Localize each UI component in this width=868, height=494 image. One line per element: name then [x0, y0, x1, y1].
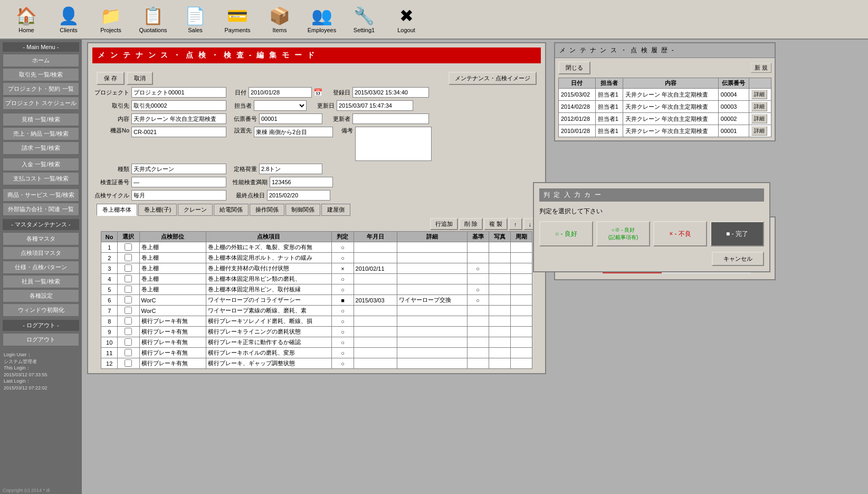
cycle-input[interactable]: [131, 190, 226, 201]
cell-select[interactable]: [118, 295, 139, 306]
cell-select[interactable]: [118, 284, 139, 295]
row-checkbox[interactable]: [125, 286, 132, 293]
copy-row-button[interactable]: 複 製: [484, 218, 508, 230]
history-detail-button[interactable]: 詳細: [751, 90, 767, 99]
cell-judgment[interactable]: ○: [332, 253, 354, 263]
sidebar-quotes[interactable]: 見積 一覧/検索: [3, 113, 79, 126]
tab-winding-child[interactable]: 巻上棚(子): [138, 204, 177, 216]
save-button[interactable]: 保 存: [97, 72, 125, 85]
tab-operation[interactable]: 操作関係: [250, 204, 284, 216]
history-detail-button[interactable]: 詳細: [751, 114, 767, 124]
cell-select[interactable]: [118, 242, 139, 253]
sidebar-sales[interactable]: 売上・納品 一覧/検索: [3, 127, 79, 140]
sidebar-receipts[interactable]: 入金 一覧/検索: [3, 158, 79, 171]
tab-control[interactable]: 制御関係: [285, 204, 320, 216]
cell-judgment[interactable]: ○: [332, 284, 354, 295]
tab-power-supply[interactable]: 給電関係: [214, 204, 249, 216]
sidebar-invoices[interactable]: 請求 一覧/検索: [3, 141, 79, 155]
judgment-done-button[interactable]: ■ - 完了: [710, 221, 764, 246]
cell-judgment[interactable]: ○: [332, 316, 354, 327]
sidebar-logout-btn[interactable]: ログアウト: [3, 333, 79, 346]
sidebar-costs[interactable]: 支払コスト 一覧/検索: [3, 172, 79, 185]
sidebar-employees[interactable]: 社員 一覧/検索: [3, 275, 79, 288]
sidebar-partners[interactable]: 外部協力会社・関連 一覧: [3, 203, 79, 216]
history-detail-button[interactable]: 詳細: [751, 102, 767, 111]
content-input[interactable]: [131, 113, 226, 124]
cell-judgment[interactable]: ○: [332, 348, 354, 358]
sidebar-home[interactable]: ホーム: [3, 54, 79, 67]
sidebar-spec-patterns[interactable]: 仕様・点検パターン: [3, 261, 79, 274]
row-checkbox[interactable]: [125, 296, 132, 303]
row-checkbox[interactable]: [125, 349, 132, 356]
cell-select[interactable]: [118, 263, 139, 274]
date-input[interactable]: [249, 87, 312, 98]
cell-judgment[interactable]: ○: [332, 274, 354, 284]
judgment-good-button[interactable]: ○ - 良好: [539, 221, 593, 246]
location-input[interactable]: [254, 127, 333, 137]
cell-select[interactable]: [118, 253, 139, 263]
dialog-cancel-button[interactable]: キャンセル: [712, 252, 764, 266]
cell-judgment[interactable]: ○: [332, 337, 354, 348]
performance-input[interactable]: [270, 177, 333, 187]
remarks-textarea[interactable]: [355, 127, 432, 161]
judgment-bad-button[interactable]: × - 不良: [653, 221, 707, 246]
nav-clients[interactable]: 👤 Clients: [47, 3, 90, 36]
updater-input[interactable]: [352, 113, 429, 124]
nav-home[interactable]: 🏠 Home: [5, 3, 47, 36]
cert-no-input[interactable]: [131, 177, 226, 187]
person-select[interactable]: [254, 100, 307, 111]
cell-select[interactable]: [118, 316, 139, 327]
add-row-button[interactable]: 行追加: [430, 218, 458, 230]
project-input[interactable]: [131, 87, 226, 98]
cell-select[interactable]: [118, 327, 139, 337]
cell-judgment[interactable]: ○: [332, 242, 354, 253]
cell-select[interactable]: [118, 358, 139, 369]
last-check-input[interactable]: [267, 190, 330, 201]
nav-logout[interactable]: ✖ Logout: [385, 3, 427, 36]
cell-judgment[interactable]: ■: [332, 295, 354, 306]
tab-crane[interactable]: クレーン: [178, 204, 213, 216]
cell-select[interactable]: [118, 337, 139, 348]
sidebar-master[interactable]: 各種マスタ: [3, 232, 79, 245]
ticket-input[interactable]: [259, 113, 322, 124]
cell-select[interactable]: [118, 306, 139, 316]
cancel-button[interactable]: 取消: [127, 72, 153, 85]
move-up-button[interactable]: ↑: [509, 218, 522, 230]
sidebar-project-schedule[interactable]: プロジェクト スケジュール: [3, 97, 79, 110]
sidebar-projects-list[interactable]: プロジェクト・契約 一覧: [3, 82, 79, 96]
row-checkbox[interactable]: [125, 359, 132, 367]
nav-sales[interactable]: 📄 Sales: [174, 3, 216, 36]
close-history-button[interactable]: 閉じる: [558, 61, 590, 74]
row-checkbox[interactable]: [125, 317, 132, 325]
row-checkbox[interactable]: [125, 264, 132, 272]
nav-items[interactable]: 📦 Items: [259, 3, 301, 36]
cell-judgment[interactable]: ○: [332, 358, 354, 369]
sidebar-inspection-items[interactable]: 点検項目マスタ: [3, 246, 79, 260]
calendar-icon[interactable]: 📅: [313, 88, 322, 97]
cell-judgment[interactable]: ×: [332, 263, 354, 274]
new-history-button[interactable]: 新 規: [751, 63, 771, 73]
cell-judgment[interactable]: ○: [332, 327, 354, 337]
tab-winding-main[interactable]: 巻上棚本体: [97, 204, 137, 216]
sidebar-window-init[interactable]: ウィンドウ初期化: [3, 303, 79, 317]
row-checkbox[interactable]: [125, 243, 132, 251]
device-no-input[interactable]: [131, 127, 226, 137]
nav-quotations[interactable]: 📋 Quotations: [132, 3, 174, 36]
cell-select[interactable]: [118, 348, 139, 358]
nav-projects[interactable]: 📁 Projects: [90, 3, 132, 36]
rated-load-input[interactable]: [259, 164, 322, 174]
maint-image-button[interactable]: メンテナンス・点検イメージ: [449, 72, 537, 85]
row-checkbox[interactable]: [125, 328, 132, 335]
sidebar-clients[interactable]: 取引先 一覧/検索: [3, 68, 79, 81]
row-checkbox[interactable]: [125, 338, 132, 346]
judgment-good-note-button[interactable]: ○※ - 良好 (記載事項有): [596, 221, 650, 246]
row-checkbox[interactable]: [125, 254, 132, 261]
delete-row-button[interactable]: 削 除: [459, 218, 483, 230]
nav-employees[interactable]: 👥 Employees: [301, 3, 343, 36]
nav-payments[interactable]: 💳 Payments: [216, 3, 259, 36]
type-input[interactable]: [131, 164, 226, 174]
row-checkbox[interactable]: [125, 307, 132, 314]
client-input[interactable]: [131, 100, 226, 111]
sidebar-settings[interactable]: 各種設定: [3, 289, 79, 302]
history-detail-button[interactable]: 詳細: [751, 126, 767, 136]
